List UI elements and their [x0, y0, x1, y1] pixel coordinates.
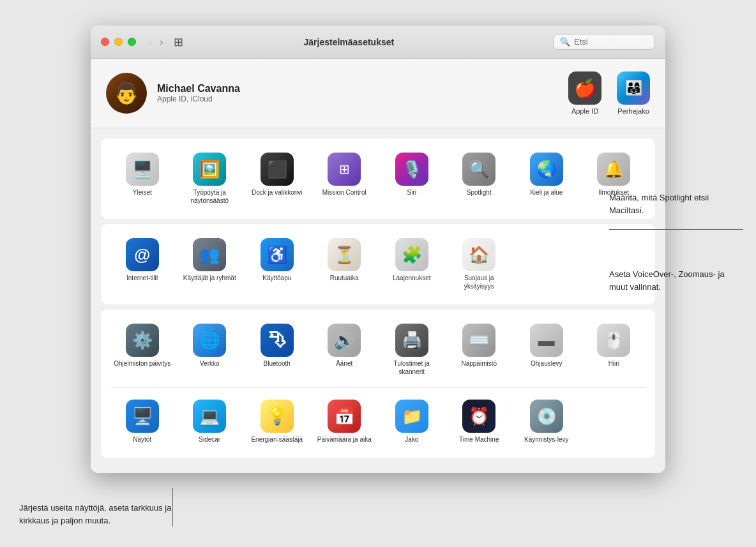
settings-icon-verkko[interactable]: 🌐 Verkko [179, 320, 241, 380]
icon-label-siri: Siri [407, 188, 416, 197]
icon-image-aanet: 🔊 [328, 324, 361, 357]
icon-label-kaynnistevy: Käynnistys-levy [524, 435, 568, 444]
settings-icon-aanet[interactable]: 🔊 Äänet [314, 320, 376, 380]
settings-icon-sidecar[interactable]: 💻 Sidecar [179, 396, 241, 447]
settings-icon-tyopoyta[interactable]: 🖼️ Työpöytä ja näytönsäästö [179, 149, 241, 209]
settings-icon-tulostimet[interactable]: 🖨️ Tulostimet ja skannerit [381, 320, 443, 380]
settings-icon-timemachine[interactable]: ⏰ Time Machine [448, 396, 511, 447]
profile-icons: 🍎 Apple ID 👨‍👩‍👧 Perhejako [568, 71, 650, 115]
icon-label-naytot: Näytöt [133, 435, 151, 444]
icon-label-kayttoapu: Käyttöapu [262, 274, 291, 282]
icon-image-tyopoyta: 🖼️ [193, 153, 226, 186]
apple-id-icon: 🍎 [568, 71, 601, 105]
icons-grid-row4: 🖥️ Näytöt 💻 Sidecar 💡 Energian-säästäjä … [111, 396, 645, 447]
icon-label-ilmoitukset: Ilmoitukset [598, 188, 629, 197]
icon-image-kayttoapu: ♿ [261, 238, 294, 271]
icon-image-internet: @ [126, 238, 159, 271]
settings-icon-kaynnistevy[interactable]: 💿 Käynnistys-levy [515, 396, 578, 447]
icon-label-ruutuaika: Ruutuaika [330, 274, 359, 282]
icon-label-spotlight: Spotlight [467, 188, 492, 197]
icon-image-tulostimet: 🖨️ [395, 324, 428, 357]
search-input[interactable] [574, 37, 648, 47]
icon-label-ohjauslevy: Ohjauslevy [531, 359, 562, 368]
icon-image-suojaus: 🏠 [462, 238, 495, 271]
icon-image-kaynnistevy: 💿 [530, 400, 563, 433]
settings-icon-siri[interactable]: 🎙️ Siri [381, 149, 443, 209]
icon-image-verkko: 🌐 [193, 324, 226, 357]
settings-icon-spotlight[interactable]: 🔍 Spotlight [448, 149, 511, 209]
icon-image-yleiset: 🖥️ [126, 153, 159, 186]
titlebar: ‹ › ⊞ Järjestelmäasetukset 🔍 [91, 26, 665, 59]
icon-label-jako: Jako [405, 435, 418, 444]
section-row2: @ Internet-tilit 👥 Käyttäjät ja ryhmät ♿… [101, 224, 655, 304]
settings-icon-mission[interactable]: ⊞ Mission Control [314, 149, 376, 209]
icon-label-nappaimisto: Näppäimistö [461, 359, 497, 368]
settings-icon-nappaimisto[interactable]: ⌨️ Näppäimistö [448, 320, 511, 380]
main-window: ‹ › ⊞ Järjestelmäasetukset 🔍 👨 Michael C… [91, 26, 665, 473]
apple-id-button[interactable]: 🍎 Apple ID [568, 71, 601, 115]
icons-grid-row2: @ Internet-tilit 👥 Käyttäjät ja ryhmät ♿… [111, 234, 645, 294]
settings-icon-dock[interactable]: ⬛ Dock ja valikkorivi [246, 149, 308, 209]
settings-icon-laajennukset[interactable]: 🧩 Laajennukset [381, 234, 443, 294]
settings-icon-energia[interactable]: 💡 Energian-säästäjä [246, 396, 308, 447]
icon-image-bluetooth: ⮷ [261, 324, 294, 357]
settings-icon-ilmoitukset[interactable]: 🔔 Ilmoitukset [583, 149, 646, 209]
icon-label-verkko: Verkko [200, 359, 220, 368]
settings-icon-kayttoapu[interactable]: ♿ Käyttöapu [246, 234, 308, 294]
icon-label-energia: Energian-säästäjä [251, 435, 303, 444]
icon-image-energia: 💡 [261, 400, 294, 433]
icon-label-internet: Internet-tilit [126, 274, 158, 282]
settings-icon-bluetooth[interactable]: ⮷ Bluetooth [246, 320, 308, 380]
icon-image-siri: 🎙️ [395, 153, 428, 186]
settings-icon-kieli[interactable]: 🌏 Kieli ja alue [515, 149, 578, 209]
profile-subtitle: Apple ID, iCloud [157, 94, 568, 103]
search-bar[interactable]: 🔍 [553, 34, 655, 50]
icon-label-ohjelmisto: Ohjelmiston päivitys [114, 359, 170, 368]
section-row1: 🖥️ Yleiset 🖼️ Työpöytä ja näytönsäästö ⬛… [101, 139, 655, 219]
settings-icon-jako[interactable]: 📁 Jako [381, 396, 443, 447]
icon-image-mission: ⊞ [328, 153, 361, 186]
icon-image-sidecar: 💻 [193, 400, 226, 433]
displays-annotation-line [172, 488, 173, 527]
family-icon: 👨‍👩‍👧 [617, 71, 650, 105]
icon-label-kayttajat: Käyttäjät ja ryhmät [183, 274, 236, 282]
close-button[interactable] [101, 38, 109, 46]
avatar-face: 👨 [106, 73, 147, 114]
maximize-button[interactable] [128, 38, 136, 46]
icon-image-hiiri: 🖱️ [597, 324, 630, 357]
icon-image-laajennukset: 🧩 [395, 238, 428, 271]
settings-icon-ohjauslevy[interactable]: ▬ Ohjauslevy [515, 320, 578, 380]
settings-icon-ruutuaika[interactable]: ⏳ Ruutuaika [314, 234, 376, 294]
settings-icon-hiiri[interactable]: 🖱️ Hiiri [583, 320, 646, 380]
settings-icon-naytot[interactable]: 🖥️ Näytöt [111, 396, 174, 447]
icon-label-suojaus: Suojaus ja yksityisyys [451, 274, 508, 290]
icon-image-ohjauslevy: ▬ [530, 324, 563, 357]
icon-label-mission: Mission Control [322, 188, 367, 197]
settings-content: 🖥️ Yleiset 🖼️ Työpöytä ja näytönsäästö ⬛… [91, 128, 665, 473]
traffic-lights [101, 38, 136, 46]
settings-icon-kayttajat[interactable]: 👥 Käyttäjät ja ryhmät [179, 234, 241, 294]
settings-icon-ohjelmisto[interactable]: ⚙️ Ohjelmiston päivitys [111, 320, 174, 380]
profile-info: Michael Cavanna Apple ID, iCloud [157, 83, 568, 103]
icon-image-spotlight: 🔍 [462, 153, 495, 186]
icon-label-yleiset: Yleiset [133, 188, 152, 197]
search-icon: 🔍 [560, 37, 570, 47]
divider [111, 387, 645, 388]
icons-grid-row3: ⚙️ Ohjelmiston päivitys 🌐 Verkko ⮷ Bluet… [111, 320, 645, 380]
icon-label-timemachine: Time Machine [459, 435, 499, 444]
settings-icon-suojaus[interactable]: 🏠 Suojaus ja yksityisyys [448, 234, 511, 294]
icon-image-ruutuaika: ⏳ [328, 238, 361, 271]
settings-icon-internet[interactable]: @ Internet-tilit [111, 234, 174, 294]
settings-icon-empty3 [583, 396, 646, 447]
icon-label-hiiri: Hiiri [609, 359, 619, 368]
icon-image-ohjelmisto: ⚙️ [126, 324, 159, 357]
apple-id-label: Apple ID [571, 107, 598, 115]
family-sharing-button[interactable]: 👨‍👩‍👧 Perhejako [617, 71, 650, 115]
family-label: Perhejako [617, 107, 649, 115]
settings-icon-paivamaara[interactable]: 📅 Päivämäärä ja aika [314, 396, 376, 447]
icon-image-jako: 📁 [395, 400, 428, 433]
minimize-button[interactable] [114, 38, 123, 46]
settings-icon-yleiset[interactable]: 🖥️ Yleiset [111, 149, 174, 209]
profile-section: 👨 Michael Cavanna Apple ID, iCloud 🍎 App… [91, 59, 665, 128]
icon-label-tulostimet: Tulostimet ja skannerit [383, 359, 441, 376]
